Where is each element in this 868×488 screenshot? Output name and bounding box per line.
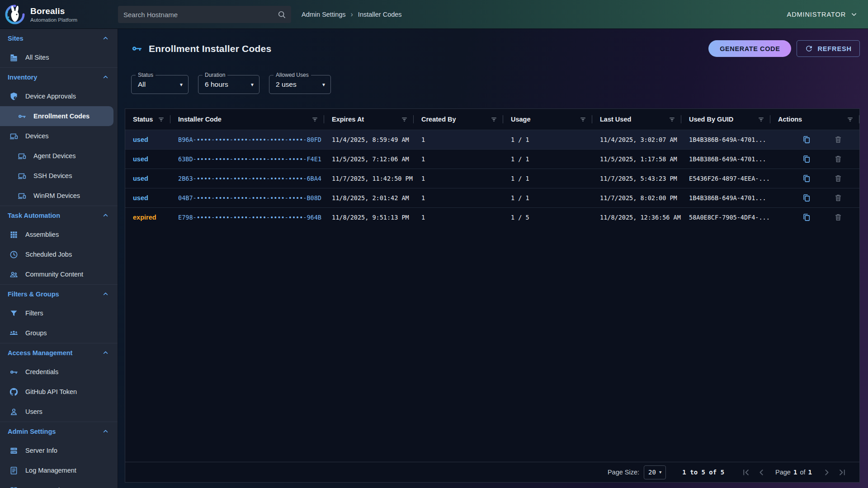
sidebar-item-assemblies[interactable]: Assemblies xyxy=(0,225,118,244)
trash-icon xyxy=(834,135,843,144)
column-header-expires-at[interactable]: Expires At xyxy=(324,109,414,130)
previous-page-icon[interactable] xyxy=(757,468,766,477)
filter-list-icon[interactable] xyxy=(490,116,498,123)
filter-list-icon[interactable] xyxy=(757,116,765,123)
duration-filter-select[interactable]: Duration 6 hours ▼ xyxy=(198,75,259,94)
chevron-up-icon xyxy=(102,349,109,357)
table-row[interactable]: used2B63-••••-••••-••••-••••-••••-••••-6… xyxy=(125,169,859,188)
column-header-used-by-guid[interactable]: Used By GUID xyxy=(681,109,770,130)
column-header-usage[interactable]: Usage xyxy=(503,109,592,130)
search-box[interactable] xyxy=(118,6,291,23)
sidebar-item-users[interactable]: Users xyxy=(0,402,118,422)
filter-list-icon[interactable] xyxy=(579,116,587,123)
column-header-last-used[interactable]: Last Used xyxy=(592,109,681,130)
column-header-installer-code[interactable]: Installer Code xyxy=(170,109,324,130)
search-input[interactable] xyxy=(118,11,277,19)
last-page-icon[interactable] xyxy=(837,468,847,477)
trash-icon xyxy=(834,155,843,164)
cell-usage: 1 / 1 xyxy=(503,130,592,149)
table-row[interactable]: expiredE798-••••-••••-••••-••••-••••-•••… xyxy=(125,207,859,227)
key-icon xyxy=(17,112,27,121)
refresh-label: REFRESH xyxy=(817,45,852,52)
cell-expires-at: 11/4/2025, 8:59:49 AM xyxy=(324,130,414,149)
table-row[interactable]: used63BD-••••-••••-••••-••••-••••-••••-F… xyxy=(125,149,859,169)
sidebar-item-ssh-devices[interactable]: SSH Devices xyxy=(0,166,118,186)
brand[interactable]: Borealis Automation Platform xyxy=(0,4,114,25)
column-header-actions[interactable]: Actions xyxy=(770,109,859,130)
sidebar-item-community-content[interactable]: Community Content xyxy=(0,264,118,284)
chevron-up-icon xyxy=(102,290,109,298)
status-filter-select[interactable]: Status All ▼ xyxy=(131,75,189,94)
column-header-created-by[interactable]: Created By xyxy=(414,109,503,130)
cell-used-by-guid: E5436F26-4897-4EEA-... xyxy=(681,169,770,188)
sidebar-section-access-management: Access ManagementCredentialsGitHub API T… xyxy=(0,343,118,422)
sidebar-item-groups[interactable]: Groups xyxy=(0,323,118,343)
breadcrumb-item-installer-codes[interactable]: Installer Codes xyxy=(358,11,402,18)
cell-expires-at: 11/7/2025, 11:42:50 PM xyxy=(324,169,414,188)
sidebar-section-header-inventory[interactable]: Inventory xyxy=(0,68,118,86)
filter-list-icon[interactable] xyxy=(668,116,676,123)
chevron-up-icon xyxy=(102,427,109,435)
sidebar-item-scheduled-jobs[interactable]: Scheduled Jobs xyxy=(0,244,118,264)
installer-codes-table: StatusInstaller CodeExpires AtCreated By… xyxy=(125,108,860,483)
sidebar-item-filters[interactable]: Filters xyxy=(0,303,118,323)
sidebar-item-devices[interactable]: Devices xyxy=(0,126,118,146)
page-size-select[interactable]: 20 ▼ xyxy=(644,465,666,479)
cell-usage: 1 / 5 xyxy=(503,208,592,227)
devices-icon xyxy=(9,131,19,141)
delete-code-button[interactable] xyxy=(834,213,843,222)
delete-code-button[interactable] xyxy=(834,135,843,144)
filter-list-icon[interactable] xyxy=(846,116,854,123)
user-menu[interactable]: ADMINISTRATOR xyxy=(787,0,858,29)
groups-icon xyxy=(9,328,19,338)
cell-status: used xyxy=(125,130,170,149)
sidebar-item-log-management[interactable]: Log Management xyxy=(0,460,118,480)
sidebar-section-header-sites[interactable]: Sites xyxy=(0,29,118,47)
copy-icon xyxy=(802,193,811,202)
refresh-button[interactable]: REFRESH xyxy=(797,40,860,57)
column-header-status[interactable]: Status xyxy=(125,109,170,130)
cell-status: used xyxy=(125,169,170,188)
delete-code-button[interactable] xyxy=(834,193,843,202)
table-row[interactable]: usedB96A-••••-••••-••••-••••-••••-••••-8… xyxy=(125,130,859,149)
allowed-uses-filter-select[interactable]: Allowed Uses 2 uses ▼ xyxy=(269,75,331,94)
sidebar-item-credentials[interactable]: Credentials xyxy=(0,362,118,382)
sidebar-item-page-template[interactable]: Page Template xyxy=(0,480,118,488)
cell-expires-at: 11/8/2025, 2:01:42 AM xyxy=(324,188,414,207)
dropdown-arrow-icon: ▼ xyxy=(179,82,184,87)
generate-code-button[interactable]: GENERATE CODE xyxy=(708,40,791,57)
sidebar-section-header-task-automation[interactable]: Task Automation xyxy=(0,206,118,225)
breadcrumb-item-admin-settings[interactable]: Admin Settings xyxy=(302,11,346,18)
breadcrumb-separator: › xyxy=(351,10,353,19)
sidebar-item-enrollment-codes[interactable]: Enrollment Codes xyxy=(0,106,113,126)
table-row[interactable]: used04B7-••••-••••-••••-••••-••••-••••-B… xyxy=(125,188,859,207)
copy-code-button[interactable] xyxy=(802,135,811,144)
filter-list-icon[interactable] xyxy=(157,116,165,123)
sidebar-item-github-api-token[interactable]: GitHub API Token xyxy=(0,382,118,402)
cell-created-by: 1 xyxy=(414,208,503,227)
sidebar-item-agent-devices[interactable]: Agent Devices xyxy=(0,146,118,166)
copy-code-button[interactable] xyxy=(802,155,811,164)
sidebar-section-header-admin-settings[interactable]: Admin Settings xyxy=(0,422,118,441)
delete-code-button[interactable] xyxy=(834,174,843,183)
cell-last-used: 11/7/2025, 8:02:00 PM xyxy=(592,188,681,207)
delete-code-button[interactable] xyxy=(834,155,843,164)
sidebar-section-header-access-management[interactable]: Access Management xyxy=(0,343,118,362)
sidebar-item-device-approvals[interactable]: Device Approvals xyxy=(0,86,118,106)
sidebar-item-winrm-devices[interactable]: WinRM Devices xyxy=(0,186,118,206)
filter-list-icon[interactable] xyxy=(311,116,319,123)
next-page-icon[interactable] xyxy=(822,468,831,477)
copy-icon xyxy=(802,135,811,144)
copy-code-button[interactable] xyxy=(802,174,811,183)
copy-code-button[interactable] xyxy=(802,193,811,202)
chevron-up-icon xyxy=(102,211,109,219)
sidebar-item-server-info[interactable]: Server Info xyxy=(0,441,118,460)
sidebar-section-header-filters-groups[interactable]: Filters & Groups xyxy=(0,285,118,303)
page-title-wrap: Enrollment Installer Codes xyxy=(131,42,271,55)
clock-icon xyxy=(9,250,19,259)
filter-list-icon[interactable] xyxy=(401,116,408,123)
first-page-icon[interactable] xyxy=(741,468,751,477)
sidebar-item-all-sites[interactable]: All Sites xyxy=(0,47,118,67)
app-root: Borealis Automation Platform Admin Setti… xyxy=(0,0,868,488)
copy-code-button[interactable] xyxy=(802,213,811,222)
